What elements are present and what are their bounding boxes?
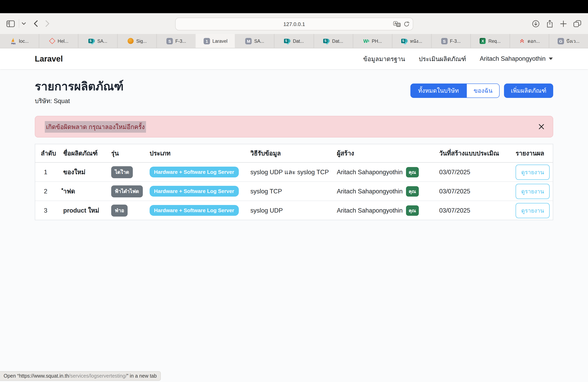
company-subtitle: บริษัท: Squat: [35, 96, 124, 106]
red-chevrons-icon: [519, 38, 525, 44]
add-product-button[interactable]: เพิ่มผลิตภัณฑ์: [504, 83, 553, 98]
toolbar-divider: [19, 19, 19, 28]
date-cell: 03/07/2025: [439, 207, 516, 214]
error-alert: เกิดข้อผิดพลาด กรุณาลองใหม่อีกครั้ง: [35, 116, 553, 138]
creator-name: Aritach Sahapongyothin: [337, 207, 403, 214]
tab-label: Dat...: [332, 38, 343, 43]
product-name: ำฟด: [63, 186, 111, 196]
download-icon[interactable]: [532, 20, 540, 27]
tab-Dat[interactable]: SDat...: [274, 34, 314, 48]
user-name: Aritach Sahapongyothin: [480, 55, 546, 62]
tab-PH[interactable]: W3PH...: [353, 34, 392, 48]
tab-Laravel[interactable]: 1Laravel: [196, 34, 235, 48]
page-content: รายการผลิตภัณฑ์ บริษัท: Squat ทั้งหมดในบ…: [0, 80, 588, 220]
back-icon[interactable]: [33, 20, 38, 27]
brand-logo[interactable]: Laravel: [35, 54, 63, 63]
tab-label: ดอก...: [528, 37, 540, 45]
share-icon[interactable]: [546, 19, 554, 28]
method-cell: syslog UDP: [251, 207, 337, 214]
sharepoint-icon: S: [323, 38, 330, 44]
letter-s-icon: S: [167, 38, 173, 44]
tab-strip: PMAloc...Hel...SSA...Sig...SF-3...1Larav…: [0, 34, 588, 48]
tab-number-icon: 1: [204, 38, 210, 44]
website-favicon-icon: [127, 38, 134, 44]
nav-evaluate-product[interactable]: ประเมินผลิตภัณฑ์: [419, 54, 466, 64]
translate-icon[interactable]: A: [393, 21, 401, 27]
model-badge: ฟ้าไดำไฟด: [111, 185, 143, 197]
letter-m-icon: M: [245, 38, 252, 44]
new-tab-icon[interactable]: [560, 20, 567, 27]
user-menu[interactable]: Aritach Sahapongyothin: [480, 55, 553, 62]
tab-label: บึงเว...: [567, 37, 580, 45]
sharepoint-icon: S: [88, 38, 95, 44]
tab-หนัง[interactable]: Sหนัง...: [392, 34, 431, 48]
titlebar: [0, 0, 588, 13]
tab-label: Dat...: [293, 38, 304, 43]
tab-label: Req...: [488, 38, 501, 43]
w3schools-icon: W3: [363, 38, 369, 44]
model-badge: ไดไำด: [111, 166, 133, 178]
caret-down-icon: [549, 57, 553, 60]
tab-label: หนัง...: [410, 37, 422, 45]
product-name: product ใหม่: [63, 206, 111, 216]
nav-standard-data[interactable]: ข้อมูลมาตรฐาน: [363, 54, 405, 64]
you-badge: คุณ: [406, 167, 419, 177]
view-report-button[interactable]: ดูรายงาน: [516, 184, 550, 199]
tab-F3[interactable]: SF-3...: [431, 34, 470, 48]
tab-label: Laravel: [212, 38, 227, 43]
table-row: 2 ำฟด ฟ้าไดำไฟด Hardware + Software Log …: [35, 182, 553, 201]
tab-loc[interactable]: PMAloc...: [0, 34, 39, 48]
letter-s-icon: S: [441, 38, 448, 44]
tab-Req[interactable]: XReq...: [470, 34, 510, 48]
type-badge: Hardware + Software Log Server: [150, 205, 239, 216]
method-cell: syslog TCP: [251, 188, 337, 195]
tab-label: F-3...: [450, 38, 461, 43]
reload-icon[interactable]: [404, 21, 410, 27]
view-report-button[interactable]: ดูรายงาน: [516, 203, 550, 218]
creator-name: Aritach Sahapongyothin: [337, 188, 403, 195]
tab-Hel[interactable]: Hel...: [39, 34, 78, 48]
link-status-tooltip: Open “https://www.squat.in.th/services/l…: [0, 371, 161, 381]
type-badge: Hardware + Software Log Server: [150, 186, 239, 197]
table-row: 1 ของใหม่ ไดไำด Hardware + Software Log …: [35, 163, 553, 182]
tab-F3[interactable]: SF-3...: [157, 34, 196, 48]
alert-message: เกิดข้อผิดพลาด กรุณาลองใหม่อีกครั้ง: [45, 121, 146, 133]
phpmyadmin-icon: PMA: [10, 38, 17, 44]
page-title: รายการผลิตภัณฑ์: [35, 80, 124, 93]
letter-g-icon: G: [558, 38, 564, 44]
forward-icon[interactable]: [45, 20, 50, 27]
close-icon[interactable]: [538, 124, 545, 130]
url-text: 127.0.0.1: [283, 21, 305, 27]
address-bar[interactable]: 127.0.0.1 A: [175, 18, 413, 30]
sharepoint-icon: S: [401, 38, 408, 44]
tab-Dat[interactable]: SDat...: [314, 34, 353, 48]
model-badge: ฟ่าอ: [111, 205, 128, 217]
creator-name: Aritach Sahapongyothin: [337, 169, 403, 176]
tab-label: loc...: [19, 38, 29, 43]
you-badge: คุณ: [406, 205, 419, 216]
tab-SA[interactable]: SSA...: [78, 34, 117, 48]
tab-บึงเว[interactable]: Gบึงเว...: [549, 34, 588, 48]
you-badge: คุณ: [406, 186, 419, 197]
sidebar-icon[interactable]: [6, 20, 15, 27]
laravel-icon: [49, 38, 55, 44]
tab-Sig[interactable]: Sig...: [117, 34, 156, 48]
browser-toolbar: 127.0.0.1 A: [0, 13, 588, 34]
method-cell: syslog UDP และ syslog TCP: [251, 167, 337, 177]
product-table: ลำดับ ชื่อผลิตภัณฑ์ รุ่น ประเภท วิธีรับข…: [35, 144, 553, 220]
tab-ดอก[interactable]: ดอก...: [510, 34, 549, 48]
browser-window: 127.0.0.1 A: [0, 0, 588, 382]
filter-all-company-button[interactable]: ทั้งหมดในบริษัท: [411, 83, 466, 98]
table-header-row: ลำดับ ชื่อผลิตภัณฑ์ รุ่น ประเภท วิธีรับข…: [35, 144, 553, 163]
filter-mine-button[interactable]: ของฉัน: [466, 83, 500, 98]
tab-label: Hel...: [58, 38, 68, 43]
excel-icon: X: [480, 38, 486, 44]
date-cell: 03/07/2025: [439, 188, 516, 195]
tab-SA[interactable]: MSA...: [235, 34, 274, 48]
view-report-button[interactable]: ดูรายงาน: [516, 165, 550, 180]
tab-label: F-3...: [175, 38, 186, 43]
type-badge: Hardware + Software Log Server: [150, 167, 239, 178]
chevron-down-icon[interactable]: [21, 22, 26, 25]
tab-label: SA...: [97, 38, 107, 43]
tab-overview-icon[interactable]: [573, 20, 582, 27]
